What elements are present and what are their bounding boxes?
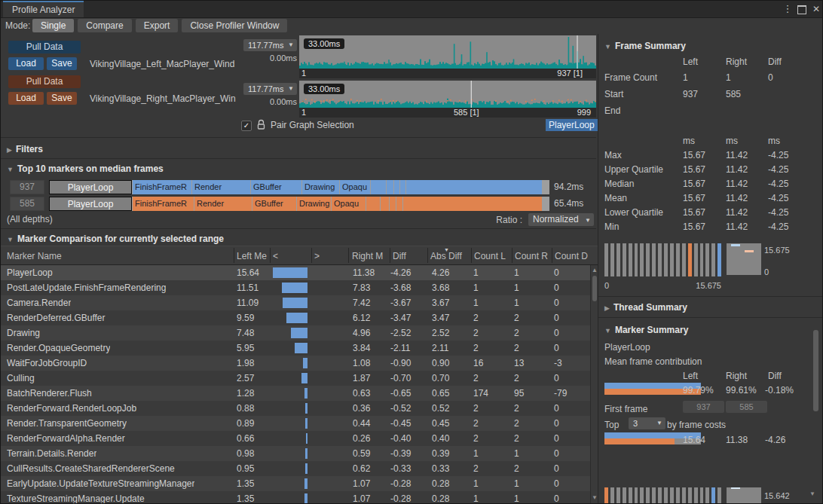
filters-section-header[interactable]: ▶Filters <box>7 144 43 154</box>
load-right-button[interactable]: Load <box>8 92 44 105</box>
frame-histogram[interactable] <box>604 243 721 276</box>
column-header-count-r[interactable]: Count R <box>515 246 548 264</box>
marker-row[interactable]: WaitForJobGroupID1.981.08-0.900.901613-3 <box>1 356 590 371</box>
top10-segment-drawing[interactable]: Drawing <box>302 180 339 194</box>
column-header-diff[interactable]: Diff <box>393 246 406 264</box>
right-range-dropdown[interactable]: 117.77ms▼ <box>243 83 297 95</box>
table-scrollbar[interactable]: ▲ ▼ <box>590 265 598 504</box>
pull-data-right-button[interactable]: Pull Data <box>8 75 81 88</box>
first-frame-right-button[interactable]: 585 <box>726 401 767 413</box>
pair-graph-checkbox[interactable]: ✓ <box>241 121 252 131</box>
top10-segment[interactable] <box>406 180 542 194</box>
top10-segment[interactable] <box>403 197 542 211</box>
top10-segment[interactable] <box>381 197 389 211</box>
pull-data-left-button[interactable]: Pull Data <box>8 41 81 53</box>
left-median-value: 1.28 <box>237 386 254 401</box>
column-header-count-l[interactable]: Count L <box>474 246 506 264</box>
left-median-value: 15.64 <box>237 265 259 280</box>
marker-row[interactable]: PlayerLoop15.6411.38-4.264.26110 <box>1 265 590 280</box>
diff-value: -0.33 <box>390 461 411 476</box>
marker-row[interactable]: Drawing7.484.96-2.522.52220 <box>1 325 590 341</box>
selected-marker-chip[interactable]: PlayerLoop <box>546 119 598 131</box>
maximize-icon[interactable] <box>797 5 806 14</box>
top10-segment-playerloop[interactable]: PlayerLoop <box>49 180 132 194</box>
stat-value: 11.42 <box>726 206 748 219</box>
top10-segment[interactable] <box>366 197 380 211</box>
marker-row[interactable]: Render.TransparentGeometry0.890.44-0.450… <box>1 416 590 431</box>
top10-segment-finishframer[interactable]: FinishFrameR <box>133 197 194 211</box>
top-n-dropdown[interactable]: 3▼ <box>629 417 665 429</box>
load-left-button[interactable]: Load <box>8 57 44 70</box>
toolbar-button-close-profiler-window[interactable]: Close Profiler Window <box>182 19 287 32</box>
histogram-bar <box>717 487 721 504</box>
column-header-arrow[interactable]: < <box>273 246 278 264</box>
histogram-bar <box>640 487 644 504</box>
top10-segment-gbuffer[interactable]: GBuffer <box>252 197 296 211</box>
top10-segment-gbuffer[interactable]: GBuffer <box>251 180 301 194</box>
top10-frame-number[interactable]: 585 <box>10 197 44 211</box>
first-frame-left-button[interactable]: 937 <box>683 401 724 413</box>
top10-segment[interactable] <box>371 180 386 194</box>
top10-section-header[interactable]: ▼Top 10 markers on median frames <box>7 163 164 174</box>
right-median-value: 6.12 <box>353 310 370 325</box>
top10-segment-render[interactable]: Render <box>194 197 252 211</box>
column-header-marker-name[interactable]: Marker Name <box>7 246 62 264</box>
top10-segment[interactable] <box>400 180 405 194</box>
marker-row[interactable]: BatchRenderer.Flush1.280.63-0.650.651749… <box>1 386 590 401</box>
top10-segment-drawing[interactable]: Drawing <box>297 197 331 211</box>
marker-row[interactable]: RenderDeferred.GBuffer9.596.12-3.473.472… <box>1 310 590 325</box>
toolbar-button-export[interactable]: Export <box>136 19 179 32</box>
marker-row[interactable]: RenderForward.RenderLoopJob0.880.36-0.52… <box>1 401 590 416</box>
top10-segment-render[interactable]: Render <box>192 180 250 194</box>
toolbar-button-compare[interactable]: Compare <box>78 19 131 32</box>
count-delta-value: 0 <box>554 371 559 386</box>
marker-summary-header[interactable]: ▼Marker Summary <box>604 325 688 335</box>
top10-frame-number[interactable]: 937 <box>10 180 44 194</box>
column-header-right-m[interactable]: Right M <box>352 246 383 264</box>
top10-segment-finishframer[interactable]: FinishFrameR <box>133 180 191 194</box>
marker-row[interactable]: EarlyUpdate.UpdateTextureStreamingManage… <box>1 476 590 491</box>
marker-name: RenderForwardAlpha.Render <box>7 431 125 446</box>
marker-histogram[interactable] <box>604 487 721 504</box>
ratio-label: Ratio : <box>453 215 522 225</box>
tab-profile-analyzer[interactable]: Profile Analyzer <box>3 1 84 17</box>
save-right-button[interactable]: Save <box>47 92 77 105</box>
scroll-down-icon[interactable]: ▼ <box>809 490 816 498</box>
marker-row[interactable]: Culling2.571.87-0.700.70220 <box>1 371 590 386</box>
toolbar-button-single[interactable]: Single <box>32 19 74 32</box>
marker-row[interactable]: Render.OpaqueGeometry5.953.84-2.112.1122… <box>1 341 590 356</box>
marker-row[interactable]: CullResults.CreateSharedRendererScene0.9… <box>1 461 590 476</box>
toolbar: SingleCompareExportClose Profiler Window <box>32 19 287 32</box>
marker-row[interactable]: Terrain.Details.Render0.980.59-0.390.391… <box>1 446 590 461</box>
top10-segment[interactable] <box>390 197 396 211</box>
top10-segment[interactable] <box>396 197 402 211</box>
ratio-dropdown[interactable]: Normalized▼ <box>528 213 594 226</box>
left-median-value: 0.98 <box>237 446 254 461</box>
frame-summary-header[interactable]: ▼Frame Summary <box>604 41 686 51</box>
marker-row[interactable]: Camera.Render11.097.42-3.673.67110 <box>1 295 590 310</box>
close-icon[interactable]: ✕ <box>810 3 822 15</box>
marker-row[interactable]: RenderForwardAlpha.Render0.660.26-0.400.… <box>1 431 590 446</box>
marker-box-plot <box>727 487 761 504</box>
table-scrollbar-thumb[interactable] <box>592 276 597 301</box>
marker-row[interactable]: TextureStreamingManager.Update1.351.07-0… <box>1 491 590 504</box>
top10-segment-playerloop[interactable]: PlayerLoop <box>49 197 132 211</box>
column-header-left-me[interactable]: Left Me <box>237 246 267 264</box>
save-left-button[interactable]: Save <box>47 57 77 70</box>
summary-marker-name: PlayerLoop <box>604 341 650 354</box>
top10-segment-opaqu[interactable]: Opaqu <box>332 197 366 211</box>
top10-segment[interactable] <box>394 180 399 194</box>
lock-icon[interactable] <box>256 119 266 130</box>
diff-value: -0.70 <box>390 371 411 386</box>
left-range-dropdown[interactable]: 117.77ms▼ <box>243 39 297 51</box>
column-header-arrow[interactable]: > <box>314 246 320 264</box>
panel-scrollbar-thumb[interactable] <box>813 330 818 411</box>
column-header-count-d[interactable]: Count D <box>555 246 588 264</box>
kebab-menu-icon[interactable]: ⋮ <box>782 3 794 15</box>
comparison-section-header[interactable]: ▼Marker Comparison for currently selecte… <box>7 234 224 244</box>
top10-segment[interactable] <box>387 180 393 194</box>
marker-row[interactable]: PostLateUpdate.FinishFrameRendering11.51… <box>1 280 590 295</box>
count-left-value: 2 <box>473 461 479 476</box>
thread-summary-header[interactable]: ▶Thread Summary <box>604 302 687 313</box>
top10-segment-opaqu[interactable]: Opaqu <box>340 180 370 194</box>
